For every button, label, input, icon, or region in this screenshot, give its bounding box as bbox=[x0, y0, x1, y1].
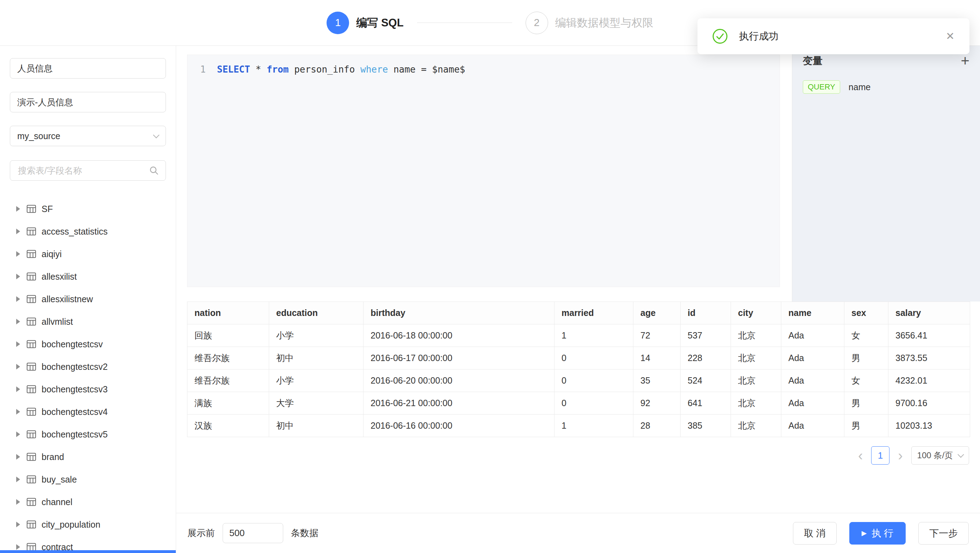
table-cell: 女 bbox=[845, 324, 888, 347]
tree-item[interactable]: allvmlist bbox=[10, 310, 166, 333]
table-row: 汉族初中2016-06-16 00:00:00128385北京Ada男10203… bbox=[188, 415, 970, 437]
table-label: buy_sale bbox=[41, 474, 77, 485]
tree-item[interactable]: aiqiyi bbox=[10, 243, 166, 265]
sql-editor[interactable]: 1 SELECT * from person_info where name =… bbox=[187, 55, 780, 287]
table-cell: 女 bbox=[845, 369, 888, 392]
column-header: nation bbox=[188, 302, 269, 324]
stepper: 1 编写 SQL 2 编辑数据模型与权限 bbox=[326, 12, 653, 34]
add-variable-button[interactable]: + bbox=[961, 54, 969, 68]
caret-right-icon[interactable] bbox=[16, 409, 20, 415]
dataset-name-input[interactable] bbox=[10, 58, 166, 79]
table-cell: 0 bbox=[554, 369, 633, 392]
sql-token: person_info bbox=[289, 64, 361, 75]
table-label: bochengtestcsv5 bbox=[41, 429, 108, 440]
tree-item[interactable]: channel bbox=[10, 491, 166, 513]
caret-right-icon[interactable] bbox=[16, 319, 20, 324]
table-label: bochengtestcsv4 bbox=[41, 407, 108, 417]
table-cell: 北京 bbox=[731, 324, 781, 347]
tree-item[interactable]: bochengtestcsv bbox=[10, 333, 166, 355]
display-name-input[interactable] bbox=[10, 92, 166, 112]
column-header: married bbox=[554, 302, 633, 324]
results-table: nationeducationbirthdaymarriedageidcityn… bbox=[187, 302, 970, 437]
close-icon[interactable]: ✕ bbox=[946, 31, 955, 41]
caret-right-icon[interactable] bbox=[16, 251, 20, 257]
tree-item[interactable]: bochengtestcsv4 bbox=[10, 400, 166, 423]
table-cell: 14 bbox=[633, 347, 681, 369]
table-cell: 北京 bbox=[731, 347, 781, 369]
tree-item[interactable]: allesxilistnew bbox=[10, 288, 166, 310]
tree-item[interactable]: bochengtestcsv2 bbox=[10, 355, 166, 378]
table-row: 维吾尔族初中2016-06-17 00:00:00014228北京Ada男387… bbox=[188, 347, 970, 369]
table-cell: 35 bbox=[633, 369, 681, 392]
variable-name: name bbox=[849, 82, 871, 92]
variable-type-tag: QUERY bbox=[803, 80, 840, 94]
datasource-select[interactable]: my_source bbox=[10, 126, 166, 146]
upper-section: 1 SELECT * from person_info where name =… bbox=[176, 46, 980, 302]
sql-token: SELECT bbox=[217, 64, 250, 75]
caret-right-icon[interactable] bbox=[16, 454, 20, 460]
table-cell: 28 bbox=[633, 415, 681, 437]
table-cell: 2016-06-16 00:00:00 bbox=[364, 415, 554, 437]
table-cell: 0 bbox=[554, 347, 633, 369]
play-icon: ▶ bbox=[862, 530, 867, 536]
caret-right-icon[interactable] bbox=[16, 229, 20, 234]
caret-right-icon[interactable] bbox=[16, 386, 20, 392]
caret-right-icon[interactable] bbox=[16, 274, 20, 279]
table-cell: 2016-06-21 00:00:00 bbox=[364, 392, 554, 415]
table-search-input[interactable] bbox=[17, 165, 149, 176]
tree-item[interactable]: brand bbox=[10, 446, 166, 468]
table-cell: 385 bbox=[681, 415, 731, 437]
table-icon bbox=[26, 520, 36, 529]
table-row: 维吾尔族小学2016-06-20 00:00:00035524北京Ada女423… bbox=[188, 369, 970, 392]
caret-right-icon[interactable] bbox=[16, 477, 20, 482]
tree-item[interactable]: SF bbox=[10, 198, 166, 220]
step-1-number: 1 bbox=[326, 12, 349, 34]
tree-item[interactable]: city_population bbox=[10, 513, 166, 536]
table-cell: 初中 bbox=[269, 415, 364, 437]
table-cell: Ada bbox=[781, 324, 845, 347]
page-size-select[interactable]: 100 条/页 bbox=[911, 446, 969, 465]
body: my_source SF acce bbox=[0, 46, 980, 553]
datasource-select-value: my_source bbox=[17, 131, 60, 141]
table-icon bbox=[26, 339, 36, 349]
toast-message: 执行成功 bbox=[739, 30, 778, 43]
tree-item[interactable]: buy_sale bbox=[10, 468, 166, 491]
tree-item[interactable]: bochengtestcsv5 bbox=[10, 423, 166, 446]
caret-right-icon[interactable] bbox=[16, 341, 20, 347]
variables-header: 变量 + bbox=[803, 54, 969, 68]
table-icon bbox=[26, 204, 36, 214]
bottom-bar: 展示前 条数据 取 消 ▶ 执 行 下一步 bbox=[176, 513, 980, 553]
tree-item[interactable]: bochengtestcsv3 bbox=[10, 378, 166, 400]
cancel-button[interactable]: 取 消 bbox=[793, 522, 837, 545]
caret-right-icon[interactable] bbox=[16, 499, 20, 505]
caret-right-icon[interactable] bbox=[16, 296, 20, 302]
table-cell: 537 bbox=[681, 324, 731, 347]
limit-input[interactable] bbox=[223, 523, 283, 543]
sidebar-scrollbar-thumb[interactable] bbox=[0, 550, 176, 553]
table-cell: 641 bbox=[681, 392, 731, 415]
table-label: bochengtestcsv3 bbox=[41, 384, 108, 394]
tree-item[interactable]: allesxilist bbox=[10, 265, 166, 288]
caret-right-icon[interactable] bbox=[16, 431, 20, 437]
tree-item[interactable]: access_statistics bbox=[10, 220, 166, 243]
table-label: aiqiyi bbox=[41, 249, 62, 259]
table-label: brand bbox=[41, 452, 64, 462]
caret-right-icon[interactable] bbox=[16, 364, 20, 369]
variable-item[interactable]: QUERY name bbox=[803, 80, 969, 94]
table-cell: 维吾尔族 bbox=[188, 369, 269, 392]
table-cell: 大学 bbox=[269, 392, 364, 415]
caret-right-icon[interactable] bbox=[16, 544, 20, 550]
run-button[interactable]: ▶ 执 行 bbox=[849, 522, 906, 545]
caret-right-icon[interactable] bbox=[16, 206, 20, 212]
table-cell: Ada bbox=[781, 415, 845, 437]
column-header: name bbox=[781, 302, 845, 324]
caret-right-icon[interactable] bbox=[16, 522, 20, 527]
next-page-icon[interactable]: › bbox=[897, 450, 904, 461]
table-cell: 92 bbox=[633, 392, 681, 415]
prev-page-icon[interactable]: ‹ bbox=[857, 450, 864, 461]
current-page[interactable]: 1 bbox=[871, 446, 889, 465]
footer-actions: 取 消 ▶ 执 行 下一步 bbox=[793, 522, 969, 545]
table-label: allesxilistnew bbox=[41, 294, 93, 304]
next-step-button[interactable]: 下一步 bbox=[918, 522, 969, 545]
column-header: age bbox=[633, 302, 681, 324]
